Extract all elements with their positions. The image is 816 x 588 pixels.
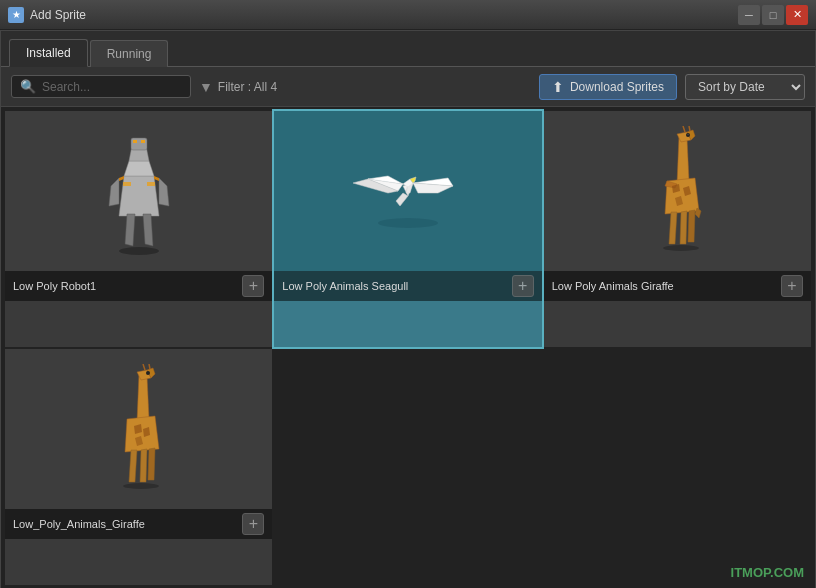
svg-marker-1 [124,161,154,176]
search-icon: 🔍 [20,79,36,94]
sprite-label-bar-seagull: Low Poly Animals Seagull + [274,271,541,301]
sprite-name-seagull: Low Poly Animals Seagull [282,280,408,292]
download-label: Download Sprites [570,80,664,94]
sprite-card-giraffe1[interactable]: Low Poly Animals Giraffe + [544,111,811,347]
svg-line-48 [143,364,145,370]
title-bar: ★ Add Sprite ─ □ ✕ [0,0,816,30]
svg-marker-39 [669,212,677,244]
giraffe-svg-1 [637,126,717,256]
svg-point-57 [123,483,159,489]
filter-icon: ▼ [199,79,213,95]
sprite-label-bar-robot1: Low Poly Robot1 + [5,271,272,301]
sprite-card-giraffe2[interactable]: Low_Poly_Animals_Giraffe + [5,349,272,585]
sprite-name-robot1: Low Poly Robot1 [13,280,96,292]
svg-rect-10 [123,182,131,186]
sprite-thumbnail-seagull [274,111,541,271]
window-title: Add Sprite [30,8,86,22]
add-button-giraffe1[interactable]: + [781,275,803,297]
giraffe-svg-2 [99,364,179,494]
tab-running[interactable]: Running [90,40,169,67]
svg-point-25 [378,218,438,228]
svg-marker-9 [143,214,153,246]
svg-point-14 [119,247,159,255]
sprite-grid: Low Poly Robot1 + [1,107,815,588]
robot-svg [89,126,189,256]
svg-point-31 [688,134,690,136]
svg-marker-56 [148,448,155,480]
svg-line-33 [689,126,690,131]
add-button-robot1[interactable]: + [242,275,264,297]
sprite-card-robot1[interactable]: Low Poly Robot1 + [5,111,272,347]
minimize-button[interactable]: ─ [738,5,760,25]
filter-label: Filter : All 4 [218,80,277,94]
svg-marker-8 [125,214,135,246]
svg-line-49 [149,364,150,369]
svg-marker-50 [125,416,159,452]
app-icon: ★ [8,7,24,23]
tab-bar: Installed Running [1,31,815,67]
seagull-svg [348,141,468,241]
svg-rect-3 [131,138,147,150]
maximize-button[interactable]: □ [762,5,784,25]
svg-rect-4 [133,140,137,143]
svg-marker-54 [129,450,137,482]
svg-marker-7 [159,178,169,206]
title-bar-left: ★ Add Sprite [8,7,86,23]
sprite-label-bar-giraffe1: Low Poly Animals Giraffe + [544,271,811,301]
toolbar-right: ⬆ Download Sprites Sort by DateSort by N… [539,74,805,100]
sprite-thumbnail-giraffe1 [544,111,811,271]
close-button[interactable]: ✕ [786,5,808,25]
svg-marker-55 [140,449,147,482]
svg-point-47 [146,371,150,375]
search-box[interactable]: 🔍 [11,75,191,98]
svg-marker-44 [137,374,149,422]
sprite-thumbnail-robot1 [5,111,272,271]
sprite-thumbnail-giraffe2 [5,349,272,509]
window-controls: ─ □ ✕ [738,5,808,25]
add-button-seagull[interactable]: + [512,275,534,297]
svg-line-32 [683,126,685,132]
svg-marker-22 [396,193,408,206]
filter-button[interactable]: ▼ Filter : All 4 [199,79,277,95]
svg-marker-41 [688,210,695,242]
svg-marker-40 [680,211,687,244]
tab-installed[interactable]: Installed [9,39,88,67]
toolbar: 🔍 ▼ Filter : All 4 ⬆ Download Sprites So… [1,67,815,107]
download-button[interactable]: ⬆ Download Sprites [539,74,677,100]
sort-select[interactable]: Sort by DateSort by NameSort by Size [685,74,805,100]
sprite-name-giraffe1: Low Poly Animals Giraffe [552,280,674,292]
download-icon: ⬆ [552,79,564,95]
sprite-name-giraffe2: Low_Poly_Animals_Giraffe [13,518,145,530]
svg-marker-26 [677,136,689,184]
main-window: Installed Running 🔍 ▼ Filter : All 4 ⬆ D… [0,30,816,588]
svg-marker-6 [109,178,119,206]
svg-point-43 [663,245,699,251]
svg-rect-11 [147,182,155,186]
search-input[interactable] [42,80,182,94]
sprite-card-seagull[interactable]: Low Poly Animals Seagull + [274,111,541,347]
sprite-label-bar-giraffe2: Low_Poly_Animals_Giraffe + [5,509,272,539]
add-button-giraffe2[interactable]: + [242,513,264,535]
svg-rect-5 [141,140,145,143]
toolbar-left: 🔍 ▼ Filter : All 4 [11,75,277,98]
